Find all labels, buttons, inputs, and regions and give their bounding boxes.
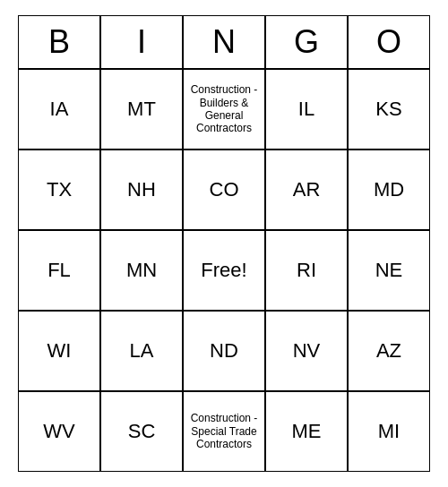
bingo-cell-4-1: SC bbox=[100, 391, 183, 472]
bingo-cell-1-4: MD bbox=[348, 150, 430, 230]
bingo-row-1: TXNHCOARMD bbox=[18, 150, 430, 230]
header-letter-i: I bbox=[100, 15, 183, 69]
bingo-cell-0-4: KS bbox=[348, 69, 430, 150]
bingo-cell-0-3: IL bbox=[265, 69, 348, 150]
bingo-grid: IAMTConstruction - Builders & General Co… bbox=[18, 69, 430, 472]
header-letter-g: G bbox=[265, 15, 348, 69]
bingo-row-0: IAMTConstruction - Builders & General Co… bbox=[18, 69, 430, 150]
bingo-cell-1-0: TX bbox=[18, 150, 100, 230]
bingo-row-3: WILANDNVAZ bbox=[18, 311, 430, 391]
header-letter-n: N bbox=[183, 15, 265, 69]
bingo-cell-4-2: Construction - Special Trade Contractors bbox=[183, 391, 265, 472]
bingo-cell-3-0: WI bbox=[18, 311, 100, 391]
bingo-cell-1-2: CO bbox=[183, 150, 265, 230]
bingo-cell-4-3: ME bbox=[265, 391, 348, 472]
bingo-cell-3-4: AZ bbox=[348, 311, 430, 391]
bingo-cell-1-3: AR bbox=[265, 150, 348, 230]
bingo-cell-2-0: FL bbox=[18, 230, 100, 311]
bingo-cell-0-2: Construction - Builders & General Contra… bbox=[183, 69, 265, 150]
bingo-cell-3-3: NV bbox=[265, 311, 348, 391]
bingo-cell-1-1: NH bbox=[100, 150, 183, 230]
header-letter-b: B bbox=[18, 15, 100, 69]
bingo-cell-4-4: MI bbox=[348, 391, 430, 472]
bingo-cell-3-2: ND bbox=[183, 311, 265, 391]
bingo-cell-2-1: MN bbox=[100, 230, 183, 311]
bingo-cell-2-4: NE bbox=[348, 230, 430, 311]
bingo-cell-0-0: IA bbox=[18, 69, 100, 150]
bingo-card-container: BINGO IAMTConstruction - Builders & Gene… bbox=[18, 15, 430, 472]
bingo-row-4: WVSCConstruction - Special Trade Contrac… bbox=[18, 391, 430, 472]
bingo-header: BINGO bbox=[18, 15, 430, 69]
bingo-cell-3-1: LA bbox=[100, 311, 183, 391]
bingo-cell-4-0: WV bbox=[18, 391, 100, 472]
bingo-cell-2-3: RI bbox=[265, 230, 348, 311]
header-letter-o: O bbox=[348, 15, 430, 69]
bingo-row-2: FLMNFree!RINE bbox=[18, 230, 430, 311]
bingo-cell-0-1: MT bbox=[100, 69, 183, 150]
bingo-cell-2-2: Free! bbox=[183, 230, 265, 311]
